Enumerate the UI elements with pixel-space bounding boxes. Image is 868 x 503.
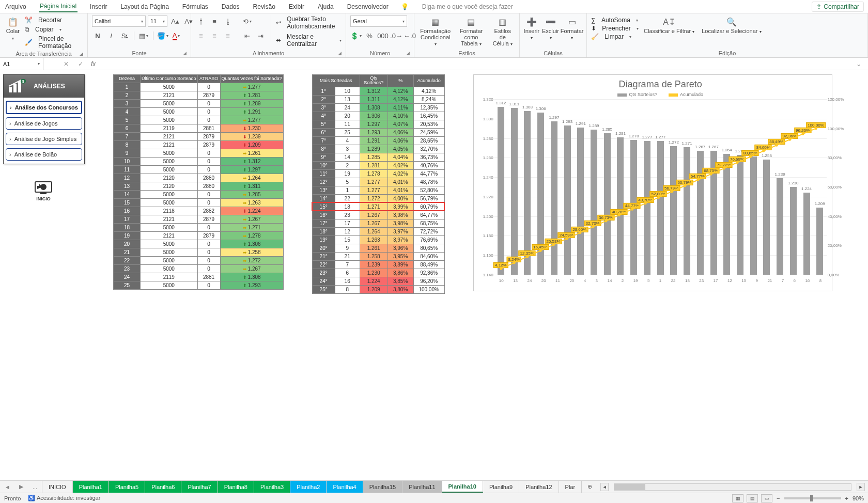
- font-launcher[interactable]: ◢: [183, 51, 187, 56]
- number-launcher[interactable]: ◢: [406, 51, 410, 56]
- font-name-combo[interactable]: Calibri▾: [92, 15, 146, 27]
- format-cells-button[interactable]: ▭Formatar▾: [562, 15, 582, 42]
- page-layout-view-button[interactable]: ▤: [747, 494, 758, 502]
- format-as-table-button[interactable]: ▤Formatar como Tabela ▾: [455, 15, 487, 48]
- align-top-button[interactable]: ⭱: [195, 15, 207, 27]
- orientation-button[interactable]: ⟲: [241, 15, 253, 27]
- wrap-text-button[interactable]: ↩︎ Quebrar Texto Automaticamente: [276, 15, 342, 30]
- tell-me-text[interactable]: Diga-me o que você deseja fazer: [422, 3, 513, 10]
- menu-tab-layout-da-página[interactable]: Layout da Página: [119, 2, 169, 12]
- italic-button[interactable]: I: [105, 30, 117, 41]
- sheet-tab-planilha10[interactable]: Planilha10: [442, 481, 483, 493]
- sheet-nav-more[interactable]: ...: [33, 484, 37, 490]
- increase-font-button[interactable]: A▴: [169, 15, 181, 27]
- sheet-tab-planilha15[interactable]: Planilha15: [363, 481, 402, 493]
- alignment-launcher[interactable]: ◢: [338, 51, 342, 56]
- clear-button[interactable]: 🧹 Limpar ▾: [591, 33, 639, 40]
- page-break-view-button[interactable]: ▭: [761, 494, 772, 502]
- sheet-tab-planilha5[interactable]: Planilha5: [109, 481, 145, 493]
- sheet-scroll[interactable]: $ ANÁLISES ›Análise dos Concursos›Anális…: [0, 70, 868, 480]
- find-select-button[interactable]: 🔍Localizar e Selecionar ▾: [700, 15, 763, 36]
- number-format-combo[interactable]: Geral▾: [350, 15, 407, 27]
- cut-button[interactable]: ✂️ Recortar: [25, 17, 83, 24]
- align-middle-button[interactable]: ≡: [209, 15, 220, 27]
- zoom-out-button[interactable]: −: [776, 495, 781, 501]
- hscroll-thumb[interactable]: [614, 484, 645, 490]
- decrease-indent-button[interactable]: ⇤: [241, 30, 253, 41]
- menu-tab-exibir[interactable]: Exibir: [288, 2, 305, 12]
- accessibility-status[interactable]: ♿ Acessibilidade: investigar: [28, 495, 100, 501]
- sort-filter-button[interactable]: A↧Classificar e Filtrar ▾: [642, 15, 696, 36]
- menu-tab-página-inicial[interactable]: Página Inicial: [39, 1, 78, 12]
- inicio-shortcut[interactable]: INICIO: [28, 180, 59, 201]
- align-right-button[interactable]: ≡: [222, 30, 234, 41]
- menu-tab-dados[interactable]: Dados: [221, 2, 241, 12]
- cancel-formula-button[interactable]: ✕: [59, 60, 73, 68]
- hscroll-left-button[interactable]: ◄: [600, 483, 609, 491]
- menu-tab-desenvolvedor[interactable]: Desenvolvedor: [346, 2, 390, 12]
- add-sheet-button[interactable]: ⊕: [582, 481, 597, 493]
- sheet-tab-inicio[interactable]: INICIO: [42, 481, 73, 493]
- delete-cells-button[interactable]: ➖Excluir▾: [542, 15, 559, 42]
- sheet-nav-first[interactable]: ◄: [5, 484, 10, 490]
- menu-tab-revisão[interactable]: Revisão: [252, 2, 276, 12]
- align-center-button[interactable]: ≡: [209, 30, 220, 41]
- sheet-tab-planilha3[interactable]: Planilha3: [254, 481, 290, 493]
- sheet-tab-planilha8[interactable]: Planilha8: [218, 481, 254, 493]
- insert-cells-button[interactable]: ➕Inserir▾: [524, 15, 539, 42]
- horizontal-scroll[interactable]: ◄ ►: [597, 481, 868, 493]
- accounting-button[interactable]: 💲: [350, 30, 362, 41]
- sheet-tab-planilha9[interactable]: Planilha9: [483, 481, 519, 493]
- pareto-chart[interactable]: Diagrama de Pareto Qts Sorteios? Acumula…: [473, 74, 832, 291]
- conditional-format-button[interactable]: ▦Formatação Condicional ▾: [419, 15, 452, 48]
- name-box[interactable]: A1▾: [0, 58, 43, 70]
- sheet-tab-planilha6[interactable]: Planilha6: [145, 481, 181, 493]
- borders-button[interactable]: ▦: [138, 30, 149, 41]
- hscroll-right-button[interactable]: ►: [857, 483, 865, 491]
- zoom-slider[interactable]: [784, 497, 841, 499]
- analises-button-3[interactable]: ›Análise de Bolão: [6, 148, 82, 161]
- analises-button-2[interactable]: ›Análise de Jogo Simples: [6, 133, 82, 145]
- bold-button[interactable]: N: [92, 30, 103, 41]
- analises-button-1[interactable]: ›Análise de Jogos: [6, 117, 82, 130]
- align-left-button[interactable]: ≡: [195, 30, 207, 41]
- normal-view-button[interactable]: ▦: [732, 494, 743, 502]
- decrease-decimal-button[interactable]: ←.0: [404, 30, 415, 41]
- comma-button[interactable]: 000: [377, 30, 389, 41]
- sheet-tab-planilha11[interactable]: Planilha11: [402, 481, 442, 493]
- sheet-tab-planilha7[interactable]: Planilha7: [181, 481, 218, 493]
- sheet-tab-planilha1[interactable]: Planilha1: [73, 481, 109, 493]
- merge-center-button[interactable]: ⬌ Mesclar e Centralizar ▾: [276, 33, 342, 48]
- fill-button[interactable]: ⬇ Preencher ▾: [591, 25, 639, 32]
- analises-button-0[interactable]: ›Análise dos Concursos: [6, 101, 82, 114]
- underline-button[interactable]: S▾: [119, 30, 130, 41]
- increase-indent-button[interactable]: ⇥: [255, 30, 266, 41]
- font-color-button[interactable]: A: [171, 30, 182, 41]
- sheet-nav-next[interactable]: ▶: [19, 483, 23, 490]
- sheet-tab-planilha12[interactable]: Planilha12: [519, 481, 559, 493]
- autosum-button[interactable]: ∑ AutoSoma ▾: [591, 17, 639, 24]
- share-button[interactable]: ⇪ Compartilhar: [812, 2, 864, 12]
- formula-input[interactable]: [99, 58, 851, 70]
- sheet-tab-planilha2[interactable]: Planilha2: [290, 481, 327, 493]
- increase-decimal-button[interactable]: .0→: [391, 30, 402, 41]
- sheet-tab-plar[interactable]: Plar: [559, 481, 582, 493]
- percent-button[interactable]: %: [364, 30, 375, 41]
- menu-tab-arquivo[interactable]: Arquivo: [4, 2, 27, 12]
- cell-styles-button[interactable]: ▥Estilos de Célula ▾: [490, 15, 515, 48]
- fx-icon[interactable]: fx: [88, 60, 99, 68]
- enter-formula-button[interactable]: ✓: [73, 60, 88, 68]
- expand-formula-button[interactable]: ⌄: [851, 60, 866, 68]
- fill-color-button[interactable]: 🪣: [157, 30, 168, 41]
- format-painter-button[interactable]: 🖌️ Pincel de Formatação: [25, 35, 83, 50]
- font-size-combo[interactable]: 11▾: [148, 15, 167, 27]
- align-bottom-button[interactable]: ⭳: [222, 15, 234, 27]
- clipboard-launcher[interactable]: ◢: [80, 51, 83, 56]
- sheet-tab-planilha4[interactable]: Planilha4: [327, 481, 363, 493]
- zoom-value[interactable]: 90%: [853, 495, 864, 501]
- menu-tab-inserir[interactable]: Inserir: [89, 2, 108, 12]
- zoom-in-button[interactable]: +: [844, 495, 849, 501]
- menu-tab-ajuda[interactable]: Ajuda: [317, 2, 335, 12]
- paste-button[interactable]: 📋 Colar ▾: [4, 15, 22, 42]
- menu-tab-fórmulas[interactable]: Fórmulas: [181, 2, 209, 12]
